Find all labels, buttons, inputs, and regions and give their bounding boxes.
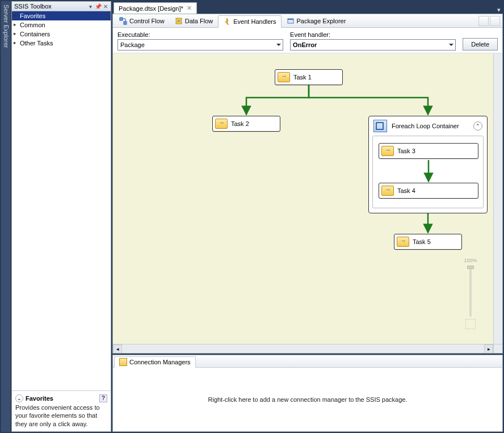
delete-button[interactable]: Delete	[463, 38, 498, 51]
toolbox-title: SSIS Toolbox	[14, 3, 52, 10]
tab-list-dropdown-icon[interactable]: ▾	[497, 6, 501, 14]
task-icon	[278, 72, 290, 82]
subtab-label: Package Explorer	[297, 18, 346, 24]
foreach-loop-container[interactable]: Foreach Loop Container ⌃	[368, 116, 488, 213]
task-icon	[381, 186, 394, 196]
connection-managers-body[interactable]: Right-click here to add a new connection…	[113, 368, 502, 431]
subtab-label: Control Flow	[129, 18, 165, 24]
designer-surface: Control Flow Data Flow Event Handlers Pa…	[112, 14, 503, 354]
chevron-down-icon[interactable]: ⌄	[15, 394, 23, 402]
subtab-label: Event Handlers	[233, 18, 276, 25]
task-node-1[interactable]: Task 1	[275, 69, 343, 85]
event-handler-selector: Executable: Package Event handler: OnErr…	[113, 28, 502, 53]
document-tabbar: Package.dtsx [Design]* ✕ ▾	[112, 1, 503, 14]
toolbox-pin-icon[interactable]: 📌	[95, 3, 101, 10]
toolbox-item-favorites[interactable]: Favorites	[12, 11, 111, 20]
toolbox-desc-text: Provides convenient access to your favor…	[15, 403, 107, 428]
package-explorer-icon	[287, 17, 295, 25]
help-icon[interactable]: ?	[99, 394, 107, 402]
toolbox-dropdown-icon[interactable]: ▾	[87, 3, 94, 10]
task-label: Task 3	[397, 148, 415, 154]
scroll-left-icon[interactable]: ◂	[113, 344, 122, 354]
svg-rect-3	[176, 22, 182, 24]
event-handler-canvas[interactable]: Task 1 Task 2 Foreach Loop Container ⌃	[113, 53, 493, 344]
zoom-fit-icon[interactable]	[465, 319, 476, 329]
toolbox-item-containers[interactable]: Containers	[12, 30, 111, 39]
toolbox-titlebar: SSIS Toolbox ▾ 📌 ✕	[12, 2, 111, 11]
vertical-scrollbar[interactable]	[493, 53, 502, 344]
event-handlers-icon	[223, 18, 231, 26]
connection-icon	[119, 358, 127, 366]
ssis-toolbox-panel: SSIS Toolbox ▾ 📌 ✕ Favorites Common Cont…	[11, 1, 111, 432]
document-tab[interactable]: Package.dtsx [Design]* ✕	[114, 2, 197, 14]
task-node-3[interactable]: Task 3	[379, 143, 478, 159]
connection-hint: Right-click here to add a new connection…	[208, 396, 408, 403]
executable-select[interactable]: Package	[117, 39, 283, 51]
task-label: Task 2	[231, 120, 249, 127]
task-label: Task 5	[413, 238, 431, 245]
toolbox-close-icon[interactable]: ✕	[102, 3, 108, 10]
zoom-slider[interactable]: 100%	[463, 258, 478, 329]
variables-icon[interactable]	[490, 16, 500, 26]
event-handler-value: OnError	[293, 41, 317, 48]
subtab-label: Data Flow	[185, 18, 213, 24]
tab-data-flow[interactable]: Data Flow	[170, 15, 219, 27]
server-explorer-tab[interactable]: Server Explorer	[1, 1, 11, 432]
executable-value: Package	[120, 41, 145, 48]
zoom-thumb[interactable]	[467, 266, 474, 269]
task-label: Task 4	[397, 187, 415, 194]
executable-label: Executable:	[117, 31, 283, 38]
data-flow-icon	[175, 17, 183, 25]
toolbox-desc-title: Favorites	[26, 395, 53, 402]
server-explorer-label: Server Explorer	[3, 5, 10, 48]
svg-rect-5	[288, 19, 293, 20]
horizontal-scrollbar[interactable]: ◂ ▸	[113, 344, 493, 353]
control-flow-icon	[119, 17, 127, 25]
task-node-2[interactable]: Task 2	[212, 116, 280, 132]
task-label: Task 1	[293, 74, 312, 81]
zoom-label: 100%	[464, 258, 477, 263]
event-handler-label: Event handler:	[290, 31, 456, 38]
toolbox-tree: Favorites Common Containers Other Tasks	[12, 11, 111, 390]
task-icon	[397, 237, 409, 247]
toolbox-toggle-icon[interactable]	[478, 16, 489, 26]
collapse-icon[interactable]: ⌃	[473, 121, 482, 131]
scroll-right-icon[interactable]: ▸	[484, 344, 493, 354]
tab-package-explorer[interactable]: Package Explorer	[282, 15, 351, 27]
foreach-icon	[373, 120, 387, 132]
container-label: Foreach Loop Container	[392, 123, 459, 129]
task-node-4[interactable]: Task 4	[379, 183, 478, 199]
svg-rect-1	[124, 22, 127, 24]
toolbox-item-other-tasks[interactable]: Other Tasks	[12, 39, 111, 48]
connection-managers-panel: Connection Managers Right-click here to …	[112, 355, 503, 432]
svg-rect-0	[120, 18, 123, 20]
task-icon	[215, 119, 228, 129]
tab-control-flow[interactable]: Control Flow	[114, 15, 170, 27]
connection-managers-tab[interactable]: Connection Managers	[114, 356, 196, 368]
connection-tab-label: Connection Managers	[129, 359, 191, 365]
document-tab-label: Package.dtsx [Design]*	[119, 5, 183, 12]
tab-event-handlers[interactable]: Event Handlers	[218, 15, 281, 28]
close-icon[interactable]: ✕	[187, 5, 192, 12]
designer-subtabs: Control Flow Data Flow Event Handlers Pa…	[113, 14, 502, 28]
toolbox-item-common[interactable]: Common	[12, 20, 111, 30]
zoom-track[interactable]	[469, 266, 472, 317]
toolbox-description: ⌄ Favorites ? Provides convenient access…	[12, 390, 111, 431]
scroll-corner	[493, 344, 502, 353]
task-node-5[interactable]: Task 5	[394, 234, 462, 250]
task-icon	[381, 146, 394, 156]
event-handler-select[interactable]: OnError	[290, 39, 456, 51]
container-body[interactable]: Task 3 Task 4	[372, 136, 484, 208]
svg-rect-2	[176, 18, 182, 20]
